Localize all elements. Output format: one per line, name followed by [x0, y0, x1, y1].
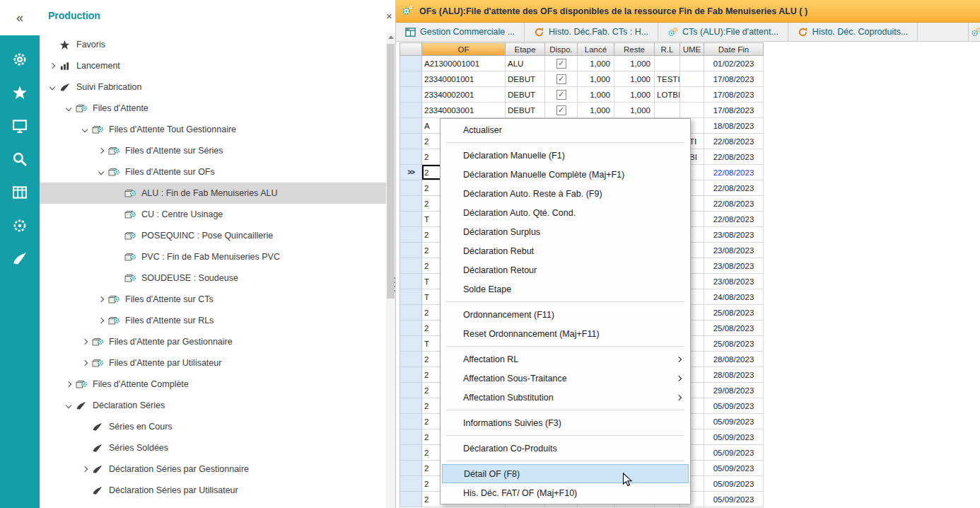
grid-row[interactable]: 23340001001DEBUT✓1,0001,000TESTI17/08/20… [399, 71, 764, 87]
menu-item-actualiser[interactable]: Actualiser [441, 120, 690, 139]
tree-item-favoris[interactable]: Favoris [40, 34, 386, 55]
cell-selector[interactable] [399, 56, 422, 71]
dispo-checkbox[interactable]: ✓ [556, 59, 566, 69]
production-icon[interactable] [6, 245, 34, 273]
cell-selector[interactable] [399, 103, 422, 118]
menu-item-informations-suivies-f3[interactable]: Informations Suivies (F3) [441, 413, 690, 432]
modules-icon[interactable] [6, 45, 34, 74]
menu-item-affectation-sous-traitance[interactable]: Affectation Sous-Traitance [441, 369, 690, 388]
cell-selector[interactable] [399, 476, 422, 492]
menu-item-d-claration-surplus[interactable]: Déclaration Surplus [441, 222, 690, 241]
menu-item-d-claration-auto-reste-fab-f9[interactable]: Déclaration Auto. Reste à Fab. (F9) [441, 184, 690, 203]
search-icon[interactable] [6, 145, 34, 173]
collapse-panel-button[interactable]: « [0, 0, 40, 35]
favorites-icon[interactable] [6, 79, 34, 107]
menu-item-d-claration-rebut[interactable]: Déclaration Rebut [441, 241, 690, 260]
chevron-right-icon[interactable] [79, 467, 91, 471]
chevron-down-icon[interactable] [79, 127, 91, 132]
column-header-date-fin[interactable]: Date Fin [704, 42, 764, 56]
cell-selector[interactable] [399, 336, 422, 352]
workstations-icon[interactable] [6, 112, 34, 140]
cell-selector[interactable] [399, 149, 422, 165]
cell-selector[interactable] [399, 321, 422, 336]
chevron-right-icon[interactable] [47, 64, 58, 68]
tree-item-pvc-fin-de-fab-menuiseries-pvc[interactable]: PVC : Fin de Fab Menuiseries PVC [40, 246, 386, 267]
chevron-right-icon[interactable] [63, 382, 74, 386]
cell-selector[interactable] [399, 289, 422, 305]
tree-item-files-d-attente-tout-gestionnaire[interactable]: Files d'Attente Tout Gestionnaire [40, 119, 386, 140]
tree-item-s-ries-en-cours[interactable]: Séries en Cours [40, 416, 386, 437]
tab-partial[interactable] [968, 23, 980, 41]
cell-selector[interactable] [399, 367, 422, 383]
cell-selector[interactable] [399, 445, 422, 461]
menu-item-d-claration-auto-qt-cond[interactable]: Déclaration Auto. Qté. Cond. [441, 203, 690, 222]
menu-item-solde-etape[interactable]: Solde Etape [441, 279, 690, 299]
cell-selector[interactable] [399, 212, 422, 227]
cell-selector[interactable] [399, 118, 422, 134]
menu-item-d-claration-manuelle-compl-te-maj-f1[interactable]: Déclaration Manuelle Complète (Maj+F1) [441, 165, 690, 184]
cell-selector[interactable] [399, 134, 422, 149]
tree-item-posequinc-pose-quincaillerie[interactable]: POSEQUINC : Pose Quincaillerie [40, 225, 386, 246]
tree-item-soudeuse-soudeuse[interactable]: SOUDEUSE : Soudeuse [40, 267, 386, 289]
chevron-down-icon[interactable] [95, 170, 107, 174]
cell-selector[interactable]: >> [399, 165, 422, 180]
dispo-checkbox[interactable]: ✓ [556, 105, 566, 115]
chevron-right-icon[interactable] [95, 149, 107, 153]
cell-selector[interactable] [399, 258, 422, 274]
scrollbar-thumb[interactable] [387, 44, 395, 299]
grid-row[interactable]: 23340003001DEBUT✓1,0001,00017/08/2023 [399, 103, 764, 118]
chevron-down-icon[interactable] [63, 106, 74, 110]
nav-scrollbar[interactable] [386, 33, 395, 508]
tree-item-files-d-attente-sur-cts[interactable]: Files d'Attente sur CTs [40, 289, 386, 310]
menu-item-d-tail-of-f8[interactable]: Détail OF (F8) [442, 464, 689, 483]
chevron-right-icon[interactable] [79, 340, 91, 344]
tree-item-lancement[interactable]: Lancement [40, 55, 386, 76]
chevron-right-icon[interactable] [95, 318, 107, 323]
tree-item-files-d-attente-sur-ofs[interactable]: Files d'Attente sur OFs [40, 161, 386, 183]
column-header-reste[interactable]: Reste [614, 42, 655, 56]
column-header-ume[interactable]: UME [680, 42, 704, 56]
tree-item-files-d-attente[interactable]: Files d'Attente [40, 98, 386, 119]
grid-row[interactable]: A21300001001ALU✓1,0001,00001/02/2023 [399, 56, 764, 71]
tree-item-files-d-attente-par-utilisateur[interactable]: Files d'Attente par Utilisateur [40, 352, 386, 374]
tree-item-cu-centre-usinage[interactable]: CU : Centre Usinage [40, 204, 386, 225]
tree-item-s-ries-sold-es[interactable]: Séries Soldées [40, 437, 386, 458]
menu-item-d-claration-manuelle-f1[interactable]: Déclaration Manuelle (F1) [441, 146, 690, 165]
menu-item-affectation-substitution[interactable]: Affectation Substitution [441, 388, 690, 407]
menu-item-d-claration-co-produits[interactable]: Déclaration Co-Produits [441, 439, 690, 458]
columns-icon[interactable] [6, 178, 34, 207]
tab-cts-alu-file-d-attent[interactable]: CTs (ALU):File d'attent... [658, 23, 788, 41]
tree-item-files-d-attente-sur-rls[interactable]: Files d'Attente sur RLs [40, 310, 386, 331]
column-header-r-l[interactable]: R.L [655, 42, 680, 56]
tree-item-d-claration-s-ries-par-utilisateur[interactable]: Déclaration Séries par Utilisateur [40, 480, 386, 501]
tab-histo-d-c-coproduits[interactable]: Histo. Déc. Coproduits... [788, 23, 918, 41]
tree-item-d-claration-s-ries-par-gestionnaire[interactable]: Déclaration Séries par Gestionnaire [40, 458, 386, 480]
cell-selector[interactable] [399, 71, 422, 87]
tree-item-suivi-fabrication[interactable]: Suivi Fabrication [40, 76, 386, 98]
tree-item-files-d-attente-compl-te[interactable]: Files d'Attente Complète [40, 374, 386, 395]
cell-selector[interactable] [399, 243, 422, 258]
column-header-dispo[interactable]: Dispo. [545, 42, 578, 56]
grid-row[interactable]: 23340002001DEBUT✓1,0001,000LOTBI17/08/20… [399, 87, 764, 103]
cell-selector[interactable] [399, 352, 422, 367]
tree-item-files-d-attente-sur-s-ries[interactable]: Files d'Attente sur Séries [40, 140, 386, 161]
menu-item-his-d-c-fat-of-maj-f10[interactable]: His. Déc. FAT/ OF (Maj+F10) [441, 483, 690, 502]
cell-selector[interactable] [399, 305, 422, 321]
cell-selector[interactable] [399, 196, 422, 212]
chevron-right-icon[interactable] [79, 361, 91, 365]
close-panel-button[interactable]: × [384, 11, 395, 22]
chevron-down-icon[interactable] [47, 85, 58, 89]
cell-selector[interactable] [399, 383, 422, 398]
menu-item-affectation-rl[interactable]: Affectation RL [441, 350, 690, 369]
menu-item-reset-ordonnancement-maj-f11[interactable]: Reset Ordonnancement (Maj+F11) [441, 324, 690, 343]
column-header-lanc[interactable]: Lancé [578, 42, 614, 56]
cell-selector[interactable] [399, 429, 422, 445]
settings-icon[interactable] [6, 212, 34, 240]
column-header-etape[interactable]: Etape [506, 42, 545, 56]
menu-item-d-claration-retour[interactable]: Déclaration Retour [441, 260, 690, 279]
cell-selector[interactable] [399, 227, 422, 243]
cell-selector[interactable] [399, 398, 422, 414]
splitter-grip[interactable] [394, 277, 395, 291]
tree-item-d-claration-s-ries[interactable]: Déclaration Séries [40, 395, 386, 416]
tab-histo-d-c-fab-cts-h[interactable]: Histo. Déc.Fab. CTs : H... [525, 23, 658, 41]
